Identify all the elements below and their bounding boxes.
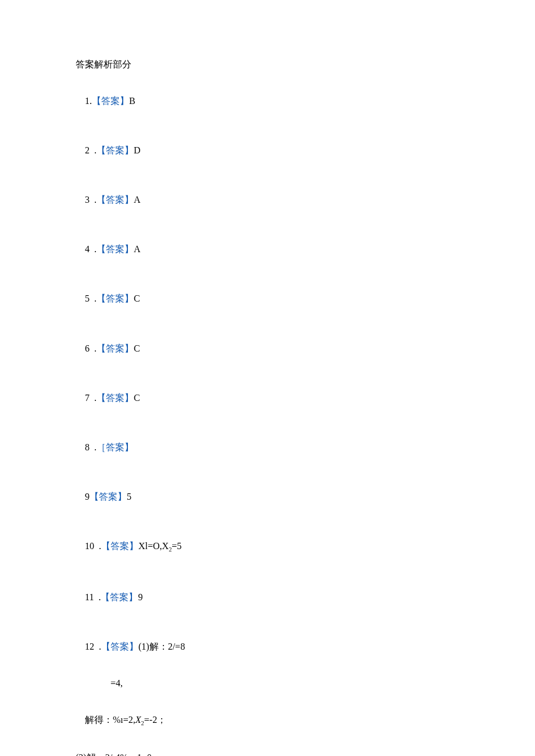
text: X xyxy=(135,715,141,725)
answer-value: B xyxy=(129,96,135,106)
answer-label: 【答案】 xyxy=(97,145,134,155)
q-number: 2 . xyxy=(85,145,97,155)
q-number: 6 . xyxy=(85,343,97,353)
section-heading: 答案解析部分 xyxy=(76,58,535,71)
answer-label: 【答案】 xyxy=(101,541,138,551)
q-number: 9 xyxy=(85,492,90,501)
answer-value: C xyxy=(134,393,140,403)
q-number: 4 . xyxy=(85,244,97,254)
q-number: 8 . xyxy=(85,442,97,452)
answer-value: 9 xyxy=(138,592,142,602)
answer-value: (1)解：2/=8 xyxy=(138,642,185,651)
text: 解得：%ı=2, xyxy=(85,715,135,725)
q-number: 10 . xyxy=(85,541,101,551)
answer-4: 4 .【答案】A xyxy=(76,230,535,269)
q-number: 5 . xyxy=(85,293,97,303)
answer-label: 【答案】 xyxy=(101,592,138,602)
answer-value: C xyxy=(134,293,140,303)
answer-label: 【答案】 xyxy=(97,343,134,353)
answer-value: 5 xyxy=(127,492,131,501)
answer-value: A xyxy=(134,244,141,254)
answer-label: 【答案】 xyxy=(90,492,127,501)
answer-value: X xyxy=(162,541,169,551)
q-number: 7 . xyxy=(85,393,97,403)
work-line: 解得：%ı=2,X2=-2； xyxy=(76,700,535,741)
answer-label: ［答案】 xyxy=(97,442,134,452)
answer-6: 6 .【答案】C xyxy=(76,329,535,368)
q-number: 3 . xyxy=(85,195,97,205)
document-page: 答案解析部分 1.【答案】B 2 .【答案】D 3 .【答案】A 4 .【答案】… xyxy=(0,0,535,756)
answer-value: D xyxy=(134,145,141,155)
work-line: (2)解：3/-4%—1=0, xyxy=(76,751,535,756)
answer-7: 7 .【答案】C xyxy=(76,378,535,417)
answer-value: A xyxy=(134,195,141,205)
answer-8: 8 .［答案】 xyxy=(76,428,535,467)
answer-label: 【答案】 xyxy=(97,393,134,403)
answer-label: 【答案】 xyxy=(97,195,134,205)
text: =-2； xyxy=(144,715,166,725)
answer-10: 10 .【答案】Xl=O,X2=5 xyxy=(76,527,535,568)
answer-value: =5 xyxy=(172,541,181,551)
answer-11: 11 .【答案】9 xyxy=(76,578,535,617)
answer-12: 12 .【答案】(1)解：2/=8 xyxy=(76,628,535,667)
answer-3: 3 .【答案】A xyxy=(76,181,535,220)
answer-9: 9【答案】5 xyxy=(76,478,535,517)
answer-value: C xyxy=(134,343,140,353)
answer-5: 5 .【答案】C xyxy=(76,280,535,318)
answer-label: 【答案】 xyxy=(92,96,129,106)
q-number: 11 . xyxy=(85,592,101,602)
answer-2: 2 .【答案】D xyxy=(76,131,535,170)
answer-label: 【答案】 xyxy=(101,642,138,651)
answer-label: 【答案】 xyxy=(97,293,134,303)
answer-label: 【答案】 xyxy=(97,244,134,254)
q-number: 1. xyxy=(85,96,92,106)
answer-1: 1.【答案】B xyxy=(76,81,535,120)
work-line: =4, xyxy=(76,677,535,690)
answer-value: Xl=O, xyxy=(138,541,162,551)
q-number: 12 . xyxy=(85,642,101,651)
